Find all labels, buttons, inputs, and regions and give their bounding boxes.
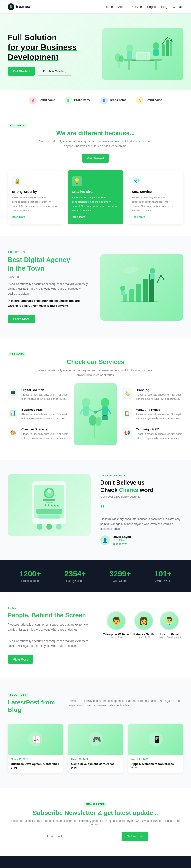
newsletter-section: NEWSLETTER Subscribe Newsletter & get la… xyxy=(0,788,191,855)
service-text-4: Marketing Policy Pleasure rationally enc… xyxy=(136,408,183,421)
feature-link-0[interactable]: Read More xyxy=(12,215,25,218)
brand-icon-0: M xyxy=(29,97,37,104)
services-label: SERVICES xyxy=(8,352,26,356)
svg-point-29 xyxy=(129,266,138,272)
svg-point-6 xyxy=(126,45,133,52)
stats-section: 1200+ Projects done 2354+ Happy Clients … xyxy=(0,560,191,592)
feature-card-0: 🔒 Strong Security Pleasure rationally en… xyxy=(8,170,64,224)
svg-rect-7 xyxy=(127,51,132,59)
logo-text: Buznex xyxy=(16,4,30,9)
brand-label-1: Brand name xyxy=(74,98,91,102)
blog-card-0[interactable]: 📈 March 15, 2021 Business Development Co… xyxy=(8,723,63,774)
service-item-1: 📊 Business Plan Pleasure rationally enco… xyxy=(8,408,69,421)
book-meeting-button[interactable]: Book A Meeting xyxy=(38,67,72,75)
get-started-button[interactable]: Get Started xyxy=(8,67,35,75)
newsletter-submit-button[interactable]: Subscribe xyxy=(121,832,148,841)
feature-icon-2: 💎 xyxy=(131,176,142,186)
blog-card-1[interactable]: 🎮 March 18, 2021 Game Development Confer… xyxy=(68,723,123,774)
blog-title-2: Apps Development Conference 2021 xyxy=(131,762,180,770)
test-stars: ★★★★★ xyxy=(113,542,131,546)
svg-rect-1 xyxy=(128,61,130,70)
stat-label-3: Award Wins xyxy=(154,579,171,583)
about-cta-button[interactable]: Learn More xyxy=(8,315,35,323)
feature-link-2[interactable]: Read More xyxy=(131,215,145,218)
team-cta-button[interactable]: View More xyxy=(8,655,33,663)
stat-number-1: 2354+ xyxy=(65,569,86,578)
about-title: Best Digital Agency in the Town xyxy=(8,255,91,273)
feature-card-1: 💡 Creative Idea Pleasure rationally enco… xyxy=(68,170,124,224)
team-avatar-2: 👨‍💼 xyxy=(160,611,179,630)
blog-card-2[interactable]: 📱 March 22, 2021 Apps Development Confer… xyxy=(128,723,183,774)
svg-point-56 xyxy=(47,489,51,493)
team-avatar-1: 👩 xyxy=(134,611,153,630)
service-icon-3: 🏷️ xyxy=(122,388,132,399)
brand-icon-2: B xyxy=(100,97,108,104)
newsletter-desc: Pleasure rationally encounter consequenc… xyxy=(8,819,183,826)
logo[interactable]: B Buznex xyxy=(8,3,30,10)
blog-date-2: March 22, 2021 xyxy=(131,758,180,761)
team-name-2: Ricardo Pawel xyxy=(158,633,181,636)
svg-text:📱: 📱 xyxy=(153,735,161,743)
feature-link-1[interactable]: Read More xyxy=(72,215,85,218)
blog-body-1: March 18, 2021 Game Development Conferen… xyxy=(68,755,123,774)
hero-section: Full Solution for your Business Developm… xyxy=(0,13,191,90)
team-members: 👨 Cristopher Williams Head of Sales 👩 Re… xyxy=(100,607,183,639)
nav-contact[interactable]: Contact xyxy=(173,5,183,9)
svg-rect-37 xyxy=(83,406,89,416)
nav-pages[interactable]: Pages xyxy=(147,5,156,9)
services-title: Check our Services xyxy=(8,358,183,366)
stat-number-3: 101+ xyxy=(154,569,171,578)
service-item-2: 🎨 Creative Strategy Pleasure rationally … xyxy=(8,427,69,440)
blog-label: BLOG POST xyxy=(8,693,29,697)
svg-point-59 xyxy=(56,524,62,529)
about-desc1: Pleasure rationally encounter consequenc… xyxy=(8,282,91,296)
feature-desc-2: Pleasure rationally encounter consequenc… xyxy=(131,195,179,212)
blog-title: LatestPost from Blog xyxy=(8,699,62,714)
svg-rect-41 xyxy=(102,406,108,416)
feature-title-2: Best Service xyxy=(131,190,179,194)
service-text-0: Digital Solution Pleasure rationally enc… xyxy=(22,388,69,401)
team-label: TEAM xyxy=(8,607,91,609)
nav-service[interactable]: Service xyxy=(131,5,142,9)
service-icon-1: 📊 xyxy=(8,408,18,418)
nav-blog[interactable]: Blog xyxy=(161,5,167,9)
svg-rect-9 xyxy=(153,49,158,56)
about-desc2: Pleasure rationally encounter consequenc… xyxy=(8,299,91,308)
brand-icon-3: A xyxy=(136,97,144,104)
brand-label-2: Brand name xyxy=(110,98,126,102)
team-text: TEAM People, Behind the Screen Pleasure … xyxy=(8,607,91,663)
feature-desc-1: Pleasure rationally encounter consequenc… xyxy=(72,195,119,212)
services-svg xyxy=(76,383,115,445)
nav-about[interactable]: About xyxy=(118,5,126,9)
services-right: 🏷️ Branding Pleasure rationally encounte… xyxy=(122,388,183,441)
svg-rect-19 xyxy=(129,289,134,302)
svg-line-43 xyxy=(108,409,111,414)
testimonials-subtitle: More over 2500 happy customer xyxy=(100,495,183,498)
nav-home[interactable]: Home xyxy=(105,5,113,9)
stat-number-0: 1200+ xyxy=(20,569,41,578)
blog-date-1: March 18, 2021 xyxy=(71,758,120,761)
hero-svg xyxy=(109,30,176,78)
blog-desc: Pleasure rationally encounter consequenc… xyxy=(69,699,183,708)
brand-label-0: Brand name xyxy=(38,98,55,102)
author-role: CEO Glanz xyxy=(113,538,131,541)
features-cta-button[interactable]: Get Started xyxy=(82,154,109,162)
features-desc: Pleasure rationally encounter consequenc… xyxy=(38,140,153,149)
about-section: ABOUT US Best Digital Agency in the Town… xyxy=(0,237,191,338)
blog-img-2: 📱 xyxy=(128,723,183,755)
testimonials-svg: ★★★★★ xyxy=(25,476,73,534)
author-info: David Layed CEO Glanz ★★★★★ xyxy=(113,535,131,546)
svg-point-36 xyxy=(82,398,90,407)
feature-title-1: Creative Idea xyxy=(72,190,119,194)
team-desc1: Pleasure rationally encounter consequenc… xyxy=(8,622,91,632)
svg-line-42 xyxy=(97,409,102,412)
about-label: ABOUT US xyxy=(8,251,91,254)
stat-item-2: 3299+ Cup Coffee xyxy=(109,569,131,583)
team-section: TEAM People, Behind the Screen Pleasure … xyxy=(0,592,191,678)
stat-item-3: 101+ Award Wins xyxy=(154,569,171,583)
brand-item-3: A Brand name xyxy=(136,97,162,104)
nav-links: Home About Service Pages Blog Contact xyxy=(105,5,183,9)
newsletter-input[interactable] xyxy=(43,832,121,841)
about-image xyxy=(100,254,183,320)
feature-card-2: 💎 Best Service Pleasure rationally encou… xyxy=(127,170,183,224)
